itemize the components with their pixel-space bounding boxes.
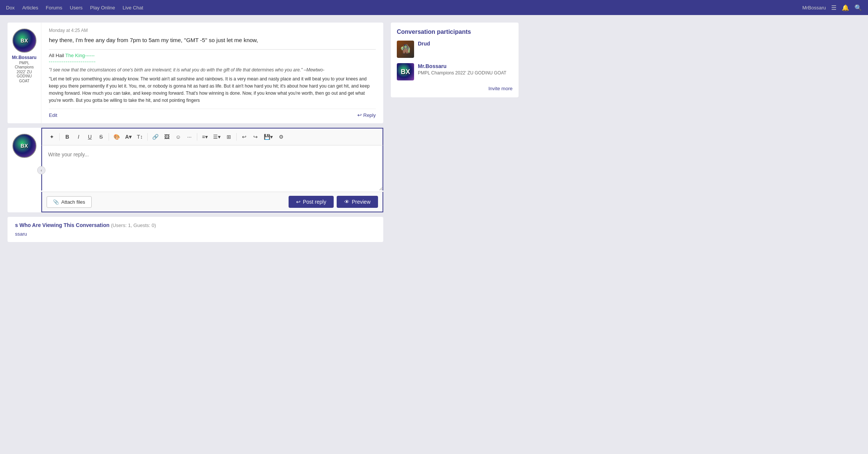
nav-play-online[interactable]: Play Online xyxy=(90,5,115,11)
avatar: BX xyxy=(12,29,36,53)
sig-divider: ------------------------- xyxy=(49,59,376,64)
toolbar-strike-btn[interactable]: S xyxy=(96,132,106,142)
message-signature: All Hail The King------ ----------------… xyxy=(49,49,376,104)
invite-more-link[interactable]: Invite more xyxy=(397,86,513,91)
toolbar-align-btn[interactable]: ≡▾ xyxy=(200,132,210,142)
menu-icon[interactable]: ☰ xyxy=(831,4,836,11)
message-avatar-column: BX Mr.Bossaru PMPL Champions 2022' ZU GO… xyxy=(8,23,41,123)
preview-label: Preview xyxy=(352,199,370,205)
reply-avatar-initials: BX xyxy=(21,143,28,149)
bossaru-avatar-initials: BX xyxy=(401,68,410,76)
editor-toolbar: ✦ B I U S 🎨 A▾ T↕ 🔗 🖼 ☺ ··· ≡▾ xyxy=(41,128,383,145)
attach-files-button[interactable]: 📎 Attach files xyxy=(47,196,92,208)
right-sidebar: Conversation participants 🧌 Drud BX Mr.B… xyxy=(391,23,519,247)
preview-icon: 👁 xyxy=(344,199,349,205)
toolbar-emoji-btn[interactable]: ☺ xyxy=(173,132,183,142)
sidebar-username[interactable]: Mr.Bossaru xyxy=(12,55,36,60)
bell-icon[interactable]: 🔔 xyxy=(842,4,849,11)
toolbar-link-btn[interactable]: 🔗 xyxy=(150,132,161,142)
king-text: The King------ xyxy=(65,53,95,58)
toolbar-font-color-btn[interactable]: A▾ xyxy=(123,132,134,142)
toolbar-bold-btn[interactable]: B xyxy=(62,132,73,142)
user-label[interactable]: MrBossaru xyxy=(802,5,826,11)
nav-articles[interactable]: Articles xyxy=(22,5,38,11)
viewers-title: s Who Are Viewing This Conversation (Use… xyxy=(15,222,376,228)
preview-button[interactable]: 👁 Preview xyxy=(337,196,378,208)
participant-name-drud[interactable]: Drud xyxy=(418,41,513,47)
participant-name-bossaru[interactable]: Mr.Bossaru xyxy=(418,63,513,69)
viewers-card: s Who Are Viewing This Conversation (Use… xyxy=(8,217,383,242)
nav-users[interactable]: Users xyxy=(70,5,83,11)
toolbar-sep-4 xyxy=(197,133,197,141)
sig-hail: All Hail The King------ xyxy=(49,53,376,58)
toolbar-eraser-btn[interactable]: ✦ xyxy=(47,132,57,142)
toolbar-image-btn[interactable]: 🖼 xyxy=(162,132,172,142)
page-wrapper: BX Mr.Bossaru PMPL Champions 2022' ZU GO… xyxy=(0,15,526,254)
reply-label: Reply xyxy=(363,112,376,118)
reply-avatar: BX xyxy=(12,134,36,158)
message-card: BX Mr.Bossaru PMPL Champions 2022' ZU GO… xyxy=(8,23,383,123)
reply-textarea[interactable] xyxy=(41,145,383,191)
main-content: BX Mr.Bossaru PMPL Champions 2022' ZU GO… xyxy=(8,23,383,247)
message-timestamp: Monday at 4:25 AM xyxy=(49,28,376,33)
collapse-arrow[interactable]: ‹ xyxy=(37,166,45,174)
paperclip-icon: 📎 xyxy=(53,199,59,205)
search-icon[interactable]: 🔍 xyxy=(854,4,862,11)
toolbar-color-btn[interactable]: 🎨 xyxy=(111,132,122,142)
sig-quote2: ''Let me tell you something you already … xyxy=(49,76,376,104)
edit-link[interactable]: Edit xyxy=(49,112,57,118)
drud-avatar-icon: 🧌 xyxy=(400,44,411,54)
reply-editor-card: BX ‹ ✦ B I U S 🎨 A▾ T↕ 🔗 xyxy=(8,128,383,212)
nav-forums[interactable]: Forums xyxy=(46,5,62,11)
toolbar-sep-2 xyxy=(109,133,109,141)
message-footer: Edit ↩ Reply xyxy=(49,109,376,118)
participant-info-drud: Drud xyxy=(418,41,513,47)
toolbar-table-btn[interactable]: ⊞ xyxy=(224,132,234,142)
nav-live-chat[interactable]: Live Chat xyxy=(122,5,143,11)
toolbar-more-btn[interactable]: ··· xyxy=(184,132,195,142)
participant-avatar-drud: 🧌 xyxy=(397,41,414,58)
toolbar-undo-btn[interactable]: ↩ xyxy=(239,132,250,142)
reply-editor-body: ✦ B I U S 🎨 A▾ T↕ 🔗 🖼 ☺ ··· ≡▾ xyxy=(41,128,383,212)
participants-card: Conversation participants 🧌 Drud BX Mr.B… xyxy=(391,23,519,97)
sidebar-user-title-1: PMPL Champions xyxy=(11,61,38,69)
sig-quote1: "I see now that the circumstances of one… xyxy=(49,67,376,73)
viewers-title-text: s Who Are Viewing This Conversation xyxy=(15,222,109,228)
toolbar-sep-1 xyxy=(59,133,60,141)
toolbar-font-size-btn[interactable]: T↕ xyxy=(135,132,145,142)
participants-title: Conversation participants xyxy=(397,29,513,35)
participant-row-drud: 🧌 Drud xyxy=(397,41,513,58)
avatar-initials: BX xyxy=(21,38,28,44)
reply-link[interactable]: ↩ Reply xyxy=(357,112,376,118)
participant-avatar-bossaru: BX xyxy=(397,63,414,80)
toolbar-sep-3 xyxy=(147,133,148,141)
post-reply-icon: ↩ xyxy=(296,199,301,205)
message-main-text: hey there, I'm free any day from 7pm to … xyxy=(49,36,376,45)
sidebar-user-title-2: 2022' ZU GOD\NU xyxy=(11,70,38,78)
editor-actions: ↩ Post reply 👁 Preview xyxy=(289,196,378,208)
toolbar-save-btn[interactable]: 💾▾ xyxy=(262,132,275,142)
toolbar-redo-btn[interactable]: ↪ xyxy=(250,132,261,142)
attach-files-label: Attach files xyxy=(61,199,85,205)
toolbar-settings-btn[interactable]: ⚙ xyxy=(276,132,286,142)
participant-subtitle-bossaru: PMPL Champions 2022' ZU GOD\NU GOAT xyxy=(418,70,513,76)
toolbar-underline-btn[interactable]: U xyxy=(85,132,95,142)
participant-info-bossaru: Mr.Bossaru PMPL Champions 2022' ZU GOD\N… xyxy=(418,63,513,76)
participant-row-bossaru: BX Mr.Bossaru PMPL Champions 2022' ZU GO… xyxy=(397,63,513,80)
post-reply-label: Post reply xyxy=(303,199,326,205)
reply-icon: ↩ xyxy=(357,112,362,118)
viewer-name[interactable]: ssaru xyxy=(15,231,376,237)
reply-avatar-column: BX ‹ xyxy=(8,128,41,212)
editor-bottom-bar: 📎 Attach files ↩ Post reply 👁 Preview xyxy=(41,192,383,212)
toolbar-list-btn[interactable]: ☰▾ xyxy=(211,132,223,142)
toolbar-sep-5 xyxy=(236,133,237,141)
viewers-meta: (Users: 1, Guests: 0) xyxy=(111,222,156,228)
post-reply-button[interactable]: ↩ Post reply xyxy=(289,196,334,208)
nav-dox[interactable]: Dox xyxy=(6,5,15,11)
sidebar-user-title-3: GOAT xyxy=(19,79,30,83)
top-navigation: Dox Articles Forums Users Play Online Li… xyxy=(0,0,868,15)
message-body: Monday at 4:25 AM hey there, I'm free an… xyxy=(41,23,383,123)
toolbar-italic-btn[interactable]: I xyxy=(73,132,84,142)
